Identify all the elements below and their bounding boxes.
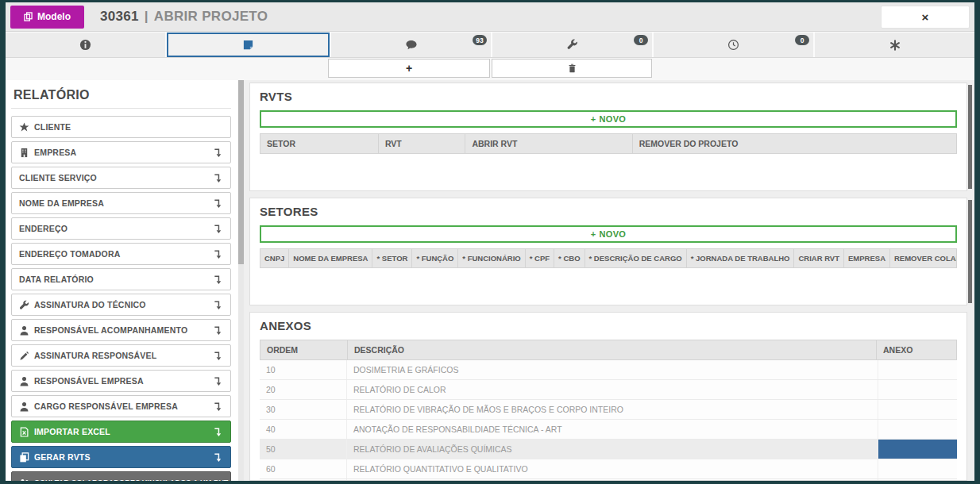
anexo-ordem: 60 [260, 459, 347, 478]
delete-button[interactable] [492, 59, 652, 78]
comments-badge: 93 [473, 35, 487, 45]
info-icon [79, 39, 91, 51]
title-bar: Modelo 30361 | ABRIR PROJETO × [6, 2, 974, 32]
close-icon: × [922, 10, 929, 24]
sidebar-item-label: CLIENTE SERVIÇO [19, 173, 97, 182]
anexo-row: 10DOSIMETRIA E GRÁFICOS [260, 360, 957, 380]
column-header: ANEXO [877, 340, 956, 359]
add-button[interactable]: + [328, 59, 490, 78]
clock-icon [727, 39, 739, 51]
user-icon [19, 376, 29, 386]
arrow-down-icon [213, 300, 223, 310]
sidebar-item[interactable]: ASSINATURA RESPONSÁVEL [11, 344, 231, 367]
tab-history[interactable]: 0 [654, 33, 813, 57]
setores-section: SETORES + NOVO CNPJNOME DA EMPRESA* SETO… [249, 198, 967, 305]
column-header: CNPJ [260, 249, 289, 267]
tab-info[interactable] [6, 33, 165, 57]
sidebar-item[interactable]: GERAR RVTS [11, 446, 231, 468]
sub-toolbar: + [6, 58, 974, 80]
column-header: REMOVER DO PROJETO [633, 134, 956, 153]
project-number: 30361 [100, 9, 139, 25]
rvts-scrollbar-thumb[interactable] [968, 85, 972, 189]
close-button[interactable]: × [881, 6, 970, 29]
arrow-down-icon [213, 224, 223, 234]
column-header: ORDEM [260, 340, 348, 359]
history-badge: 0 [795, 35, 809, 45]
arrow-down-icon [213, 351, 223, 361]
sidebar-item[interactable]: RESPONSÁVEL EMPRESA [11, 370, 231, 392]
anexo-cell [878, 360, 957, 379]
anexo-row: 30RELATÓRIO DE VIBRAÇÃO DE MÃOS E BRAÇOS… [260, 400, 957, 420]
sidebar-item[interactable]: RESPONSÁVEL ACOMPANHAMENTO [11, 319, 231, 341]
sidebar-item-label: EMPRESA [34, 148, 76, 157]
anexo-descricao: INVENTÁRIO DE RISCO [347, 479, 878, 481]
sidebar-item-label: ASSINATURA DO TÉCNICO [34, 300, 146, 309]
anexo-descricao: RELATÓRIO DE AVALIAÇÕES QUÍMICAS [347, 440, 878, 459]
tab-extra[interactable] [815, 33, 974, 57]
sidebar-item[interactable]: DATA RELATÓRIO [11, 268, 231, 290]
setores-table-header: CNPJNOME DA EMPRESA* SETOR* FUNÇÃO* FUNC… [260, 248, 957, 268]
tab-tools[interactable]: 0 [492, 33, 652, 57]
tab-report[interactable] [167, 33, 330, 57]
column-header: * CBO [554, 249, 585, 267]
asterisk-icon [889, 40, 901, 51]
arrow-down-icon [213, 275, 223, 285]
sidebar-item[interactable]: CLIENTE SERVIÇO [11, 167, 231, 189]
sidebar-item[interactable]: CLIENTE [11, 116, 231, 138]
anexo-row: 20RELATÓRIO DE CALOR [260, 380, 957, 400]
anexos-section: ANEXOS ORDEMDESCRIÇÃOANEXO 10DOSIMETRIA … [249, 312, 967, 481]
users-icon [19, 478, 29, 482]
column-header: ABRIR RVT [465, 134, 632, 153]
anexo-ordem: 20 [260, 380, 347, 399]
sidebar-scrollbar-thumb[interactable] [238, 80, 244, 264]
sidebar-item[interactable]: CARGO RESPONSÁVEL EMPRESA [11, 395, 231, 417]
setores-title: SETORES [260, 205, 957, 218]
anexo-row: 60RELATÓRIO QUANTITATIVO E QUALITATIVO [260, 459, 957, 479]
sidebar-item[interactable]: ASSINATURA DO TÉCNICO [11, 294, 231, 316]
rvts-table-header: SETORRVTABRIR RVTREMOVER DO PROJETO [260, 133, 957, 154]
user-icon [19, 325, 29, 336]
chat-icon [405, 39, 418, 51]
column-header: EMPRESA [844, 249, 890, 267]
anexo-ordem: 30 [260, 400, 347, 419]
main-panel: RVTS + NOVO SETORRVTABRIR RVTREMOVER DO … [244, 80, 974, 481]
copy-icon [24, 12, 33, 21]
title-separator: | [145, 9, 149, 25]
column-header: SETOR [260, 134, 379, 153]
anexos-title: ANEXOS [260, 319, 957, 332]
sidebar-item[interactable]: NOME DA EMPRESA [11, 192, 231, 214]
sidebar-item[interactable]: ENDEREÇO TOMADORA [11, 243, 231, 265]
rvts-novo-button[interactable]: + NOVO [260, 110, 957, 128]
excel-icon [19, 427, 29, 437]
anexo-descricao: RELATÓRIO DE VIBRAÇÃO DE MÃOS E BRAÇOS E… [347, 400, 878, 419]
content-area: RELATÓRIO CLIENTEEMPRESACLIENTE SERVIÇON… [6, 80, 974, 481]
setores-novo-button[interactable]: + NOVO [260, 225, 957, 243]
sidebar-item[interactable]: IMPORTAR EXCEL [11, 421, 231, 443]
project-window: Modelo 30361 | ABRIR PROJETO × 93 0 0 [6, 2, 974, 481]
column-header: RVT [379, 134, 466, 153]
setores-scrollbar-thumb[interactable] [968, 200, 972, 303]
sidebar-item-label: CARGO RESPONSÁVEL EMPRESA [34, 401, 178, 411]
column-header: CRIAR RVT [794, 249, 844, 267]
sidebar-item[interactable]: EMPRESA [11, 141, 231, 163]
modelo-button[interactable]: Modelo [10, 6, 84, 29]
anexo-upload-button[interactable] [878, 440, 957, 459]
column-header: * SETOR [372, 249, 412, 267]
column-header: * CPF [526, 249, 554, 267]
novo-label: NOVO [600, 229, 627, 239]
arrow-down-icon [213, 452, 223, 463]
column-header: REMOVER COLABORADOR [890, 249, 956, 267]
column-header: DESCRIÇÃO [348, 340, 877, 359]
tab-comments[interactable]: 93 [331, 33, 491, 57]
sidebar-item[interactable]: ENDEREÇO [11, 217, 231, 240]
anexos-table-body: 10DOSIMETRIA E GRÁFICOS20RELATÓRIO DE CA… [260, 360, 957, 481]
anexo-descricao: ANOTAÇÃO DE RESPONSABILDIADE TÉCNICA - A… [347, 420, 878, 439]
anexos-table-header: ORDEMDESCRIÇÃOANEXO [260, 340, 957, 360]
anexo-descricao: DOSIMETRIA E GRÁFICOS [347, 360, 878, 379]
sidebar-item[interactable]: OCULTAR COLABORADORES VINCULADOS A UM RV… [11, 471, 231, 481]
sidebar-item-label: IMPORTAR EXCEL [34, 427, 110, 436]
copy-icon [19, 452, 29, 463]
anexo-ordem: 40 [260, 420, 347, 439]
anexo-cell [878, 420, 957, 439]
column-header: * FUNCIONÁRIO [458, 249, 525, 267]
